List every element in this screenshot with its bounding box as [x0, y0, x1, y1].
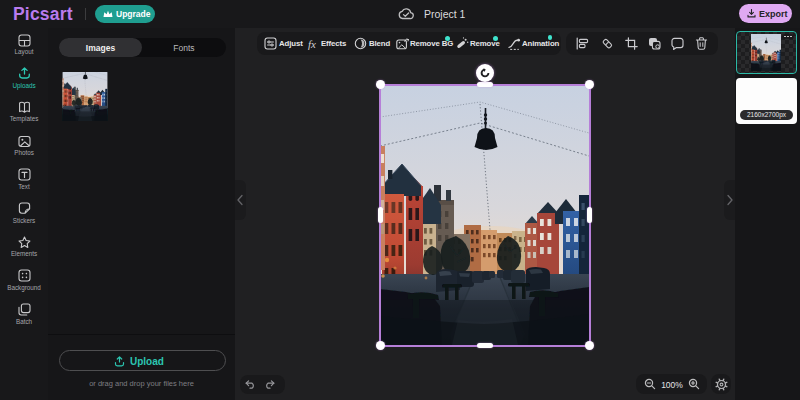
- svg-text:fx: fx: [308, 38, 316, 50]
